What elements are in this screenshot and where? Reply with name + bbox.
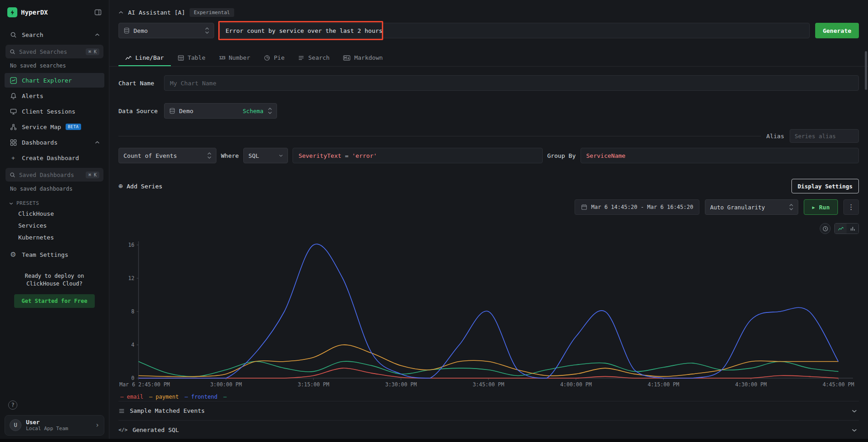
data-source-select[interactable]: Demo Schema [164, 103, 277, 119]
group-by-input[interactable]: ServiceName [580, 148, 859, 163]
help-button[interactable]: ? [8, 400, 17, 410]
ai-prompt-input[interactable] [220, 23, 810, 38]
data-source-value: Demo [179, 108, 193, 114]
generated-sql-section[interactable]: </> Generated SQL [118, 420, 859, 439]
aggregation-select[interactable]: Count of Events [118, 148, 216, 163]
main-panel: AI Assistant [A] Experimental Demo [109, 0, 868, 442]
legend-item[interactable]: —email [120, 394, 143, 400]
alias-label: Alias [766, 133, 784, 140]
sidebar-item-alerts[interactable]: Alerts [5, 88, 104, 103]
ai-assistant-panel: AI Assistant [A] Experimental Demo [109, 0, 868, 38]
granularity-select[interactable]: Auto Granularity [705, 199, 798, 215]
horizontal-scrollbar-track[interactable] [0, 439, 868, 442]
saved-dashboards-placeholder: Saved Dashboards [19, 172, 74, 178]
more-options-button[interactable]: ⋮ [843, 199, 859, 215]
tab-markdown[interactable]: Markdown [336, 50, 390, 66]
sidebar-header: HyperDX [5, 5, 104, 20]
sidebar-item-client-sessions[interactable]: Client Sessions [5, 104, 104, 119]
tab-number[interactable]: 123 Number [212, 50, 257, 66]
display-settings-button[interactable]: Display Settings [791, 179, 859, 193]
hyperdx-logo[interactable]: HyperDX [7, 7, 48, 17]
language-select[interactable]: SQL [243, 148, 288, 163]
legend-dash: — [120, 394, 123, 400]
clock-icon [822, 226, 828, 232]
get-started-button[interactable]: Get Started for Free [14, 294, 95, 308]
logo-text: HyperDX [21, 9, 48, 16]
sidebar-item-service-map[interactable]: Service Map BETA [5, 120, 104, 134]
line-view-button[interactable] [835, 224, 847, 234]
where-literal: 'error' [352, 152, 377, 159]
calendar-icon [581, 204, 587, 210]
chevron-up-icon[interactable] [118, 11, 123, 14]
chart-legend: —email—payment—frontend— [118, 393, 859, 401]
search-icon [10, 172, 15, 178]
chart-canvas[interactable]: 0481216Mar 6 2:45:00 PM3:00:00 PM3:15:00… [118, 238, 859, 390]
sidebar-section-search[interactable]: Search [5, 27, 104, 42]
where-field: SeverityText [298, 152, 341, 159]
add-series-button[interactable]: ⊕ Add Series [118, 182, 162, 190]
ai-source-select[interactable]: Demo [118, 23, 214, 38]
alias-input[interactable] [790, 129, 859, 143]
saved-dashboards-input[interactable]: Saved Dashboards ⌘ K [5, 168, 103, 182]
where-expression-input[interactable]: SeverityText = 'error' [293, 148, 543, 163]
select-chevrons-icon [268, 107, 272, 114]
schema-link[interactable]: Schema [243, 108, 263, 114]
monitor-icon [9, 108, 17, 115]
tab-search[interactable]: Search [291, 50, 336, 66]
run-button[interactable]: ▶ Run [804, 199, 838, 215]
presets-section-header[interactable]: PRESETS [5, 196, 104, 208]
sidebar-item-label: Team Settings [22, 251, 68, 258]
svg-text:8: 8 [131, 308, 134, 315]
select-chevrons-icon [205, 27, 209, 34]
clickhouse-cloud-card: Ready to deploy on ClickHouse Cloud? Get… [5, 272, 104, 308]
legend-item[interactable]: —frontend [185, 394, 217, 400]
sidebar: HyperDX Search Saved Searches ⌘ K No sav… [0, 0, 109, 442]
preset-item-clickhouse[interactable]: ClickHouse [5, 208, 104, 220]
collapse-sidebar-icon[interactable] [94, 9, 102, 16]
table-icon [178, 55, 184, 61]
saved-searches-input[interactable]: Saved Searches ⌘ K [5, 45, 103, 58]
legend-item[interactable]: — [223, 394, 226, 400]
vertical-scrollbar-thumb[interactable] [865, 51, 867, 90]
ai-assistant-title: AI Assistant [A] [128, 9, 185, 16]
granularity-value: Auto Granularity [710, 204, 765, 211]
sidebar-item-chart-explorer[interactable]: Chart Explorer [5, 73, 104, 88]
generate-button[interactable]: Generate [815, 23, 859, 38]
where-operator: = [341, 152, 352, 159]
chevron-up-icon [95, 141, 100, 144]
sidebar-item-label: Alerts [22, 93, 43, 99]
tab-table[interactable]: Table [171, 50, 212, 66]
sidebar-item-team-settings[interactable]: ⚙ Team Settings [5, 247, 104, 262]
tab-line-bar[interactable]: Line/Bar [118, 50, 171, 66]
tab-pie[interactable]: Pie [257, 50, 291, 66]
time-series-chart[interactable]: 0481216Mar 6 2:45:00 PM3:00:00 PM3:15:00… [118, 238, 859, 401]
chart-name-label: Chart Name [118, 80, 164, 87]
preset-item-services[interactable]: Services [5, 220, 104, 232]
beta-badge: BETA [66, 124, 81, 130]
sidebar-item-dashboards[interactable]: Dashboards [5, 135, 104, 150]
lightning-bolt-icon [7, 7, 17, 17]
date-range-picker[interactable]: Mar 6 14:45:20 - Mar 6 16:45:20 [575, 199, 700, 215]
sidebar-item-label: Dashboards [22, 139, 57, 146]
sitemap-icon [9, 124, 17, 130]
legend-item[interactable]: —payment [149, 394, 179, 400]
sidebar-item-label: Client Sessions [22, 108, 75, 115]
create-dashboard-button[interactable]: + Create Dashboard [5, 151, 104, 165]
sample-matched-events-section[interactable]: Sample Matched Events [118, 401, 859, 420]
sidebar-spacer [5, 308, 104, 400]
preset-item-kubernetes[interactable]: Kubernetes [5, 232, 104, 244]
presets-label: PRESETS [16, 200, 39, 206]
user-menu[interactable]: U User Local App Team › [5, 415, 104, 436]
bar-view-button[interactable] [847, 224, 858, 234]
svg-text:Mar 6 2:45:00 PM: Mar 6 2:45:00 PM [119, 381, 170, 388]
where-label: Where [221, 152, 239, 159]
pie-chart-icon [264, 55, 270, 61]
chart-name-input[interactable] [164, 75, 859, 91]
play-icon: ▶ [812, 205, 815, 210]
time-format-button[interactable] [820, 223, 831, 234]
svg-text:16: 16 [128, 242, 134, 248]
create-dashboard-label: Create Dashboard [22, 155, 79, 161]
chart-icon [9, 77, 17, 84]
search-icon [9, 31, 17, 38]
sidebar-section-label: Search [22, 31, 43, 38]
